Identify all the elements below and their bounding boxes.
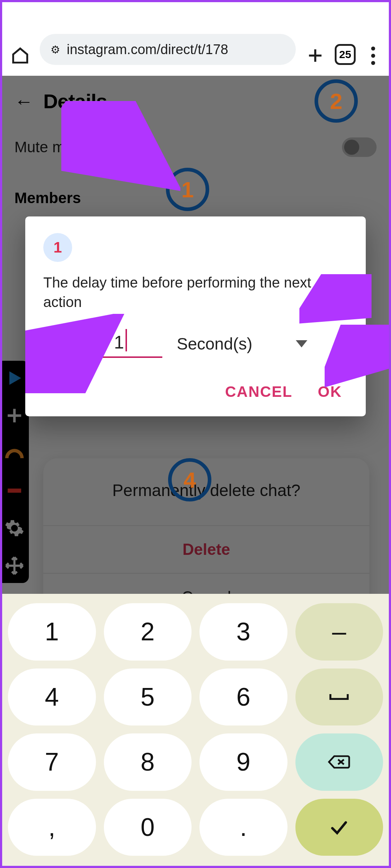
- unit-label: Second(s): [177, 334, 252, 354]
- numeric-keypad: 1 2 3 – 4 5 6 7 8 9 , 0 .: [0, 594, 391, 868]
- key-1[interactable]: 1: [8, 603, 96, 661]
- svg-line-3: [332, 332, 379, 375]
- key-done[interactable]: [295, 799, 383, 856]
- browser-chrome: ⚙ instagram.com/direct/t/178 25: [0, 0, 391, 76]
- overflow-menu-icon[interactable]: [366, 47, 380, 65]
- chevron-down-icon[interactable]: [296, 340, 307, 347]
- key-dash[interactable]: –: [295, 603, 383, 661]
- key-5[interactable]: 5: [104, 668, 192, 726]
- annotation-arrow: [299, 274, 372, 328]
- key-3[interactable]: 3: [199, 603, 287, 661]
- new-tab-icon[interactable]: [306, 46, 325, 65]
- url-text: instagram.com/direct/t/178: [67, 42, 228, 57]
- home-icon[interactable]: [11, 46, 30, 65]
- annotation-circle-4: 4: [168, 458, 211, 501]
- svg-line-2: [307, 281, 361, 314]
- svg-line-1: [32, 325, 108, 382]
- annotation-circle-2: 2: [315, 79, 358, 123]
- key-8[interactable]: 8: [104, 733, 192, 791]
- key-7[interactable]: 7: [8, 733, 96, 791]
- cancel-button[interactable]: CANCEL: [225, 383, 293, 400]
- key-6[interactable]: 6: [199, 668, 287, 726]
- key-9[interactable]: 9: [199, 733, 287, 791]
- key-4[interactable]: 4: [8, 668, 96, 726]
- tab-count-button[interactable]: 25: [335, 44, 356, 65]
- key-space[interactable]: [295, 668, 383, 726]
- url-bar[interactable]: ⚙ instagram.com/direct/t/178: [40, 34, 296, 65]
- key-0[interactable]: 0: [104, 799, 192, 856]
- annotation-arrow: [25, 314, 126, 393]
- annotation-arrow: [61, 101, 180, 195]
- key-backspace[interactable]: [295, 733, 383, 791]
- svg-line-0: [69, 108, 162, 177]
- annotation-arrow: [325, 325, 390, 390]
- key-dot[interactable]: .: [199, 799, 287, 856]
- key-2[interactable]: 2: [104, 603, 192, 661]
- key-comma[interactable]: ,: [8, 799, 96, 856]
- site-settings-icon[interactable]: ⚙: [50, 43, 60, 56]
- step-badge: 1: [43, 233, 72, 262]
